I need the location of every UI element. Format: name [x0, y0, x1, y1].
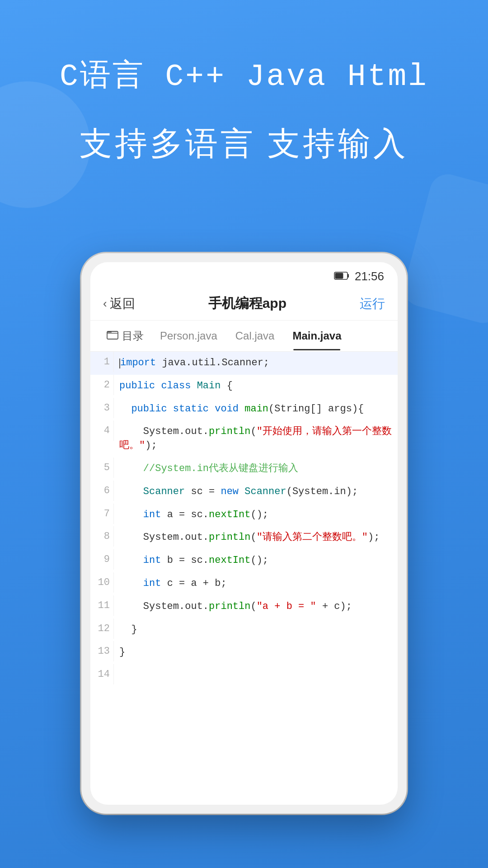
line-number-12: 12	[90, 618, 114, 639]
line-number-3: 3	[90, 398, 114, 418]
line-content-3: public static void main(String[] args){	[114, 398, 398, 421]
battery-indicator	[334, 271, 349, 283]
status-time: 21:56	[355, 269, 384, 283]
line-content-6: Scanner sc = new Scanner(System.in);	[114, 481, 398, 504]
tab-bar: 目录 Person.java Cal.java Main.java	[90, 321, 398, 352]
line-content-9: int b = sc.nextInt();	[114, 549, 398, 572]
line-number-1: 1	[90, 352, 114, 372]
app-title: 手机编程app	[208, 294, 286, 313]
app-header: ‹ 返回 手机编程app 运行	[90, 287, 398, 321]
phone-screen: 21:56 ‹ 返回 手机编程app 运行	[90, 262, 398, 805]
line-content-5: //System.in代表从键盘进行输入	[114, 458, 398, 481]
directory-label: 目录	[122, 329, 144, 343]
line-number-7: 7	[90, 504, 114, 524]
code-line-7: 7 int a = sc.nextInt();	[90, 504, 398, 527]
line-number-9: 9	[90, 549, 114, 570]
line-content-4: System.out.println("开始使用，请输入第一个整数吧。");	[114, 420, 398, 458]
line-number-14: 14	[90, 664, 114, 684]
directory-button[interactable]: 目录	[99, 321, 151, 351]
code-line-3: 3 public static void main(String[] args)…	[90, 398, 398, 421]
status-bar: 21:56	[90, 262, 398, 287]
tab-cal-java[interactable]: Cal.java	[226, 321, 284, 350]
code-line-4: 4 System.out.println("开始使用，请输入第一个整数吧。");	[90, 420, 398, 458]
code-editor[interactable]: 1 import java.util.Scanner; 2 public cla…	[90, 352, 398, 687]
language-title: C语言 C++ Java Html	[0, 54, 488, 95]
hero-subtitle: 支持多语言 支持输入	[0, 123, 488, 165]
tab-person-java[interactable]: Person.java	[151, 321, 226, 350]
back-label: 返回	[110, 295, 135, 312]
code-line-13: 13 }	[90, 641, 398, 664]
line-number-4: 4	[90, 420, 114, 441]
code-line-14: 14	[90, 664, 398, 687]
line-content-10: int c = a + b;	[114, 572, 398, 595]
code-line-8: 8 System.out.println("请输入第二个整数吧。");	[90, 526, 398, 549]
bg-decoration-right	[400, 170, 488, 327]
code-line-9: 9 int b = sc.nextInt();	[90, 549, 398, 572]
line-number-5: 5	[90, 458, 114, 478]
line-number-11: 11	[90, 595, 114, 616]
line-number-8: 8	[90, 526, 114, 547]
code-line-5: 5 //System.in代表从键盘进行输入	[90, 458, 398, 481]
line-content-11: System.out.println("a + b = " + c);	[114, 595, 398, 618]
run-button[interactable]: 运行	[360, 295, 385, 312]
hero-section: C语言 C++ Java Html 支持多语言 支持输入	[0, 54, 488, 165]
svg-rect-1	[347, 274, 349, 278]
back-button[interactable]: ‹ 返回	[103, 295, 135, 312]
line-content-7: int a = sc.nextInt();	[114, 504, 398, 527]
line-number-2: 2	[90, 375, 114, 395]
line-content-8: System.out.println("请输入第二个整数吧。");	[114, 526, 398, 549]
line-number-10: 10	[90, 572, 114, 593]
line-content-1: import java.util.Scanner;	[114, 352, 398, 375]
line-number-6: 6	[90, 481, 114, 501]
code-line-11: 11 System.out.println("a + b = " + c);	[90, 595, 398, 618]
line-content-12: }	[114, 618, 398, 642]
svg-rect-2	[335, 273, 343, 278]
code-line-6: 6 Scanner sc = new Scanner(System.in);	[90, 481, 398, 504]
back-chevron-icon: ‹	[103, 297, 107, 311]
line-content-14	[114, 664, 398, 687]
phone-mockup: 21:56 ‹ 返回 手机编程app 运行	[81, 253, 407, 814]
code-line-2: 2 public class Main {	[90, 375, 398, 398]
code-line-1: 1 import java.util.Scanner;	[90, 352, 398, 375]
line-content-2: public class Main {	[114, 375, 398, 398]
code-line-10: 10 int c = a + b;	[90, 572, 398, 595]
phone-mockup-container: 21:56 ‹ 返回 手机编程app 运行	[81, 253, 407, 814]
line-content-13: }	[114, 641, 398, 664]
svg-rect-3	[107, 331, 118, 339]
line-number-13: 13	[90, 641, 114, 661]
directory-icon	[107, 330, 118, 342]
tab-main-java[interactable]: Main.java	[283, 321, 350, 350]
code-line-12: 12 }	[90, 618, 398, 642]
